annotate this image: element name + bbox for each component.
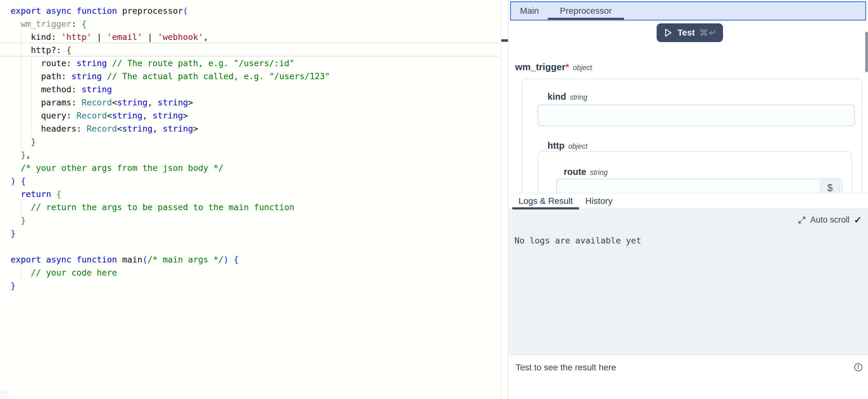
code-line [10,240,330,253]
code-line: } [10,279,330,293]
field-name: wm_trigger [515,62,565,72]
wm-trigger-header: wm_trigger*object [515,62,592,72]
code-line: method: string [10,83,330,96]
tab-preprocessor[interactable]: Preprocessor [548,2,624,20]
logs-active-underline [512,207,579,210]
code-line: // return the args to be passed to the m… [10,201,330,214]
dollar-icon: $ [827,182,833,193]
overview-ruler-cursor-marker [501,39,508,42]
kind-input[interactable] [537,104,855,126]
code-line: // your code here [10,266,330,279]
code-line: return { [10,188,330,201]
tab-history[interactable]: History [579,193,619,209]
info-icon[interactable] [854,363,863,372]
code-editor[interactable]: export async function preprocessor( wm_t… [0,0,500,399]
code-line: } [10,227,330,240]
code-line: } [10,214,330,227]
route-label: routestring [564,167,608,177]
code-line: /* your other args from the json body */ [10,161,330,175]
code-line: export async function main(/* main args … [10,253,330,266]
code-line: query: Record<string, string> [10,109,330,122]
run-preview-panel: Main Preprocessor Test ⌘↵ wm_trigger*obj… [509,0,868,399]
windmill-script-editor: export async function preprocessor( wm_t… [0,0,868,399]
auto-scroll-label: Auto scroll [810,215,849,225]
tab-main[interactable]: Main [511,2,548,20]
tab-preprocessor-label: Preprocessor [560,6,612,16]
editor-bottom-corner [0,390,9,399]
tab-logs-result[interactable]: Logs & Result [512,193,579,209]
schema-form: wm_trigger*object kindstring httpobject … [509,21,868,193]
panel-scrollbar-thumb[interactable] [865,32,868,72]
result-area: Test to see the result here [509,355,868,399]
expand-icon[interactable] [798,216,806,224]
kind-label: kindstring [548,92,587,102]
required-asterisk: * [565,62,569,72]
logs-tabbar: Logs & Result History [509,193,868,210]
code-line: export async function preprocessor( [10,4,330,18]
code-line: kind: 'http' | 'email' | 'webhook', [10,31,330,44]
field-type: object [573,64,592,72]
function-tabbar: Main Preprocessor [510,1,866,21]
result-placeholder: Test to see the result here [516,363,616,372]
code-content[interactable]: export async function preprocessor( wm_t… [10,4,330,293]
check-icon: ✓ [854,214,862,225]
variable-picker-button[interactable]: $ [820,180,840,193]
code-line: headers: Record<string, string> [10,122,330,135]
logs-result-section: Logs & Result History Auto scroll ✓ No l… [509,193,868,399]
no-logs-message: No logs are available yet [515,236,641,245]
auto-scroll-toggle[interactable]: Auto scroll ✓ [798,214,862,225]
code-line: http?: { [10,44,330,57]
wm-trigger-object-card: kindstring httpobject routestring $ [521,79,862,193]
http-object-card: routestring $ path [537,151,852,193]
code-line: ) { [10,175,330,188]
code-line: route: string // The route path, e.g. "/… [10,57,330,70]
code-line: params: Record<string, string> [10,96,330,109]
code-line: wm_trigger: { [10,18,330,31]
code-line: } [10,135,330,148]
route-field: $ [556,179,842,193]
code-line: }, [10,148,330,161]
active-tab-underline [548,18,624,20]
logs-body: Auto scroll ✓ No logs are available yet [509,210,868,355]
code-line: path: string // The actual path called, … [10,70,330,83]
editor-right-edge [501,0,501,399]
route-input[interactable] [556,179,842,193]
http-label: httpobject [548,141,587,151]
panel-divider[interactable] [508,0,508,399]
tab-main-label: Main [520,6,539,16]
